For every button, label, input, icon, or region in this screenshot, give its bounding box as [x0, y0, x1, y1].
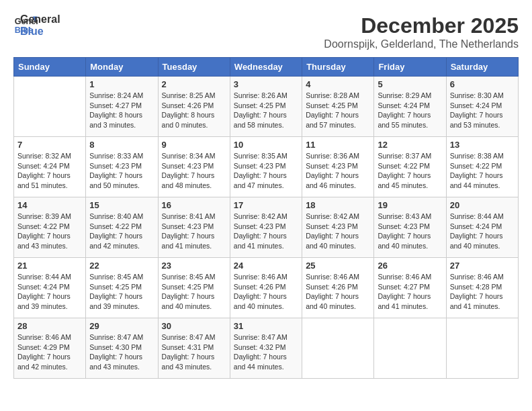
calendar-cell: 7Sunrise: 8:32 AM Sunset: 4:24 PM Daylig…	[14, 137, 86, 197]
day-info: Sunrise: 8:43 AM Sunset: 4:23 PM Dayligh…	[378, 212, 442, 251]
calendar-cell	[302, 318, 374, 379]
day-number: 15	[89, 200, 154, 210]
day-number: 19	[378, 200, 442, 210]
day-number: 1	[89, 79, 154, 89]
day-number: 31	[234, 321, 298, 331]
week-row-4: 21Sunrise: 8:44 AM Sunset: 4:24 PM Dayli…	[14, 258, 519, 318]
calendar-cell: 16Sunrise: 8:41 AM Sunset: 4:23 PM Dayli…	[158, 197, 230, 258]
day-info: Sunrise: 8:42 AM Sunset: 4:23 PM Dayligh…	[234, 212, 298, 251]
day-number: 8	[89, 140, 154, 150]
day-number: 6	[450, 79, 515, 89]
calendar-cell: 12Sunrise: 8:37 AM Sunset: 4:22 PM Dayli…	[374, 137, 446, 197]
week-row-1: 1Sunrise: 8:24 AM Sunset: 4:27 PM Daylig…	[14, 77, 519, 137]
header-thursday: Thursday	[302, 58, 374, 77]
calendar-cell: 25Sunrise: 8:46 AM Sunset: 4:26 PM Dayli…	[302, 258, 374, 318]
day-number: 20	[450, 200, 515, 210]
calendar-cell: 15Sunrise: 8:40 AM Sunset: 4:22 PM Dayli…	[86, 197, 158, 258]
calendar-cell: 11Sunrise: 8:36 AM Sunset: 4:23 PM Dayli…	[302, 137, 374, 197]
day-info: Sunrise: 8:46 AM Sunset: 4:26 PM Dayligh…	[306, 272, 370, 312]
header-wednesday: Wednesday	[230, 58, 302, 77]
page-header: General Blue General Blue December 2025 …	[13, 13, 519, 50]
day-info: Sunrise: 8:39 AM Sunset: 4:22 PM Dayligh…	[17, 212, 82, 251]
calendar-cell: 10Sunrise: 8:35 AM Sunset: 4:23 PM Dayli…	[230, 137, 302, 197]
week-row-3: 14Sunrise: 8:39 AM Sunset: 4:22 PM Dayli…	[14, 197, 519, 258]
calendar-cell	[14, 77, 86, 137]
calendar-cell	[374, 318, 446, 379]
calendar-cell: 27Sunrise: 8:46 AM Sunset: 4:28 PM Dayli…	[446, 258, 518, 318]
location-title: Doornspijk, Gelderland, The Netherlands	[324, 38, 519, 50]
day-info: Sunrise: 8:35 AM Sunset: 4:23 PM Dayligh…	[234, 151, 298, 191]
logo-text: General	[20, 13, 60, 26]
day-number: 23	[162, 261, 226, 271]
day-info: Sunrise: 8:46 AM Sunset: 4:26 PM Dayligh…	[234, 272, 298, 312]
logo-subtext: Blue	[20, 26, 60, 38]
day-info: Sunrise: 8:44 AM Sunset: 4:24 PM Dayligh…	[17, 272, 82, 312]
calendar-cell: 24Sunrise: 8:46 AM Sunset: 4:26 PM Dayli…	[230, 258, 302, 318]
calendar-cell: 6Sunrise: 8:30 AM Sunset: 4:24 PM Daylig…	[446, 77, 518, 137]
calendar-cell: 5Sunrise: 8:29 AM Sunset: 4:24 PM Daylig…	[374, 77, 446, 137]
day-number: 12	[378, 140, 442, 150]
calendar-cell: 18Sunrise: 8:42 AM Sunset: 4:23 PM Dayli…	[302, 197, 374, 258]
day-info: Sunrise: 8:42 AM Sunset: 4:23 PM Dayligh…	[306, 212, 370, 251]
header-sunday: Sunday	[14, 58, 86, 77]
calendar-cell: 8Sunrise: 8:33 AM Sunset: 4:23 PM Daylig…	[86, 137, 158, 197]
day-info: Sunrise: 8:41 AM Sunset: 4:23 PM Dayligh…	[162, 212, 226, 251]
day-info: Sunrise: 8:29 AM Sunset: 4:24 PM Dayligh…	[378, 91, 442, 130]
day-info: Sunrise: 8:44 AM Sunset: 4:24 PM Dayligh…	[450, 212, 515, 251]
day-info: Sunrise: 8:32 AM Sunset: 4:24 PM Dayligh…	[17, 151, 82, 191]
day-number: 26	[378, 261, 442, 271]
day-number: 13	[450, 140, 515, 150]
day-number: 24	[234, 261, 298, 271]
day-number: 21	[17, 261, 82, 271]
day-number: 11	[306, 140, 370, 150]
calendar-header-row: SundayMondayTuesdayWednesdayThursdayFrid…	[14, 58, 519, 77]
calendar-cell: 9Sunrise: 8:34 AM Sunset: 4:23 PM Daylig…	[158, 137, 230, 197]
day-info: Sunrise: 8:25 AM Sunset: 4:26 PM Dayligh…	[162, 91, 226, 130]
calendar-cell: 31Sunrise: 8:47 AM Sunset: 4:32 PM Dayli…	[230, 318, 302, 379]
day-info: Sunrise: 8:33 AM Sunset: 4:23 PM Dayligh…	[89, 151, 154, 191]
header-friday: Friday	[374, 58, 446, 77]
day-info: Sunrise: 8:46 AM Sunset: 4:27 PM Dayligh…	[378, 272, 442, 312]
calendar-cell: 19Sunrise: 8:43 AM Sunset: 4:23 PM Dayli…	[374, 197, 446, 258]
title-block: December 2025 Doornspijk, Gelderland, Th…	[324, 13, 519, 50]
day-number: 28	[17, 321, 82, 331]
day-info: Sunrise: 8:47 AM Sunset: 4:31 PM Dayligh…	[162, 332, 226, 372]
week-row-2: 7Sunrise: 8:32 AM Sunset: 4:24 PM Daylig…	[14, 137, 519, 197]
day-info: Sunrise: 8:40 AM Sunset: 4:22 PM Dayligh…	[89, 212, 154, 251]
day-info: Sunrise: 8:47 AM Sunset: 4:32 PM Dayligh…	[234, 332, 298, 372]
day-number: 7	[17, 140, 82, 150]
day-number: 16	[162, 200, 226, 210]
day-number: 17	[234, 200, 298, 210]
day-number: 30	[162, 321, 226, 331]
day-info: Sunrise: 8:34 AM Sunset: 4:23 PM Dayligh…	[162, 151, 226, 191]
day-number: 4	[306, 79, 370, 89]
day-number: 22	[89, 261, 154, 271]
day-number: 2	[162, 79, 226, 89]
calendar-cell: 29Sunrise: 8:47 AM Sunset: 4:30 PM Dayli…	[86, 318, 158, 379]
calendar-cell: 1Sunrise: 8:24 AM Sunset: 4:27 PM Daylig…	[86, 77, 158, 137]
calendar-cell: 3Sunrise: 8:26 AM Sunset: 4:25 PM Daylig…	[230, 77, 302, 137]
day-number: 9	[162, 140, 226, 150]
day-number: 10	[234, 140, 298, 150]
day-info: Sunrise: 8:37 AM Sunset: 4:22 PM Dayligh…	[378, 151, 442, 191]
calendar-cell: 28Sunrise: 8:46 AM Sunset: 4:29 PM Dayli…	[14, 318, 86, 379]
day-info: Sunrise: 8:26 AM Sunset: 4:25 PM Dayligh…	[234, 91, 298, 130]
calendar-cell: 22Sunrise: 8:45 AM Sunset: 4:25 PM Dayli…	[86, 258, 158, 318]
header-tuesday: Tuesday	[158, 58, 230, 77]
month-title: December 2025	[324, 13, 519, 38]
calendar-cell: 14Sunrise: 8:39 AM Sunset: 4:22 PM Dayli…	[14, 197, 86, 258]
day-info: Sunrise: 8:47 AM Sunset: 4:30 PM Dayligh…	[89, 332, 154, 372]
day-info: Sunrise: 8:45 AM Sunset: 4:25 PM Dayligh…	[162, 272, 226, 312]
calendar-cell: 21Sunrise: 8:44 AM Sunset: 4:24 PM Dayli…	[14, 258, 86, 318]
day-number: 18	[306, 200, 370, 210]
day-number: 3	[234, 79, 298, 89]
day-info: Sunrise: 8:30 AM Sunset: 4:24 PM Dayligh…	[450, 91, 515, 130]
day-number: 5	[378, 79, 442, 89]
day-info: Sunrise: 8:38 AM Sunset: 4:22 PM Dayligh…	[450, 151, 515, 191]
day-info: Sunrise: 8:36 AM Sunset: 4:23 PM Dayligh…	[306, 151, 370, 191]
calendar-cell: 13Sunrise: 8:38 AM Sunset: 4:22 PM Dayli…	[446, 137, 518, 197]
day-info: Sunrise: 8:28 AM Sunset: 4:25 PM Dayligh…	[306, 91, 370, 130]
logo: General Blue General Blue	[13, 13, 60, 38]
day-number: 27	[450, 261, 515, 271]
day-info: Sunrise: 8:46 AM Sunset: 4:29 PM Dayligh…	[17, 332, 82, 372]
